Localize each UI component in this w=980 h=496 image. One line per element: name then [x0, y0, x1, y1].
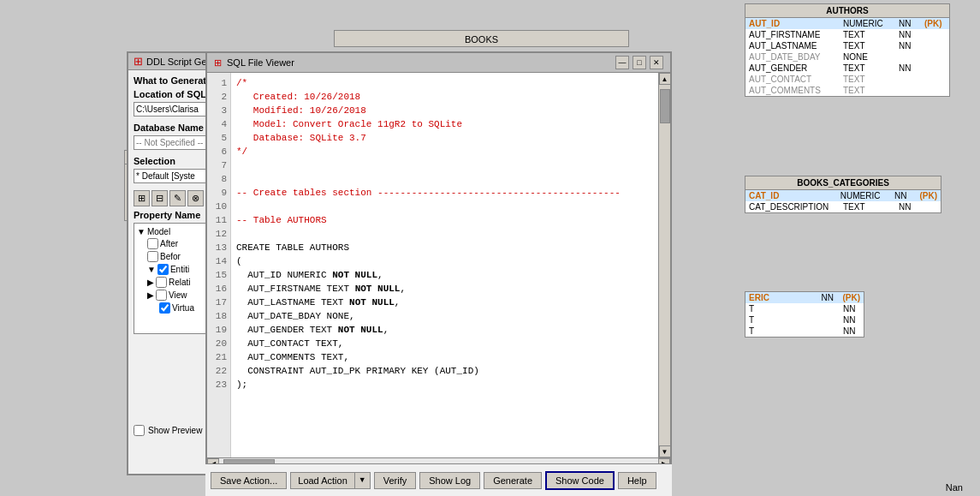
authors-table: AUTHORS AUT_ID NUMERIC NN (PK) AUT_FIRST… [745, 3, 950, 97]
code-line: AUT_DATE_BDAY NONE, [236, 309, 653, 323]
load-action-dropdown[interactable]: ▼ [355, 473, 370, 488]
code-line: Created: 10/26/2018 [236, 90, 653, 104]
code-line: Database: SQLite 3.7 [236, 131, 653, 145]
vertical-scrollbar[interactable]: ▲ ▼ [658, 73, 670, 457]
code-line: CREATE TABLE AUTHORS [236, 241, 653, 254]
code-line: -- Create tables section ---------------… [236, 186, 653, 200]
load-action-button[interactable]: Load Action [291, 473, 355, 488]
sql-titlebar: ⊞ SQL File Viewer — □ ✕ [207, 53, 670, 73]
code-line: AUT_ID NUMERIC NOT NULL, [236, 268, 653, 282]
model-label: Model [147, 227, 170, 236]
code-line: AUT_FIRSTNAME TEXT NOT NULL, [236, 282, 653, 296]
partial-table: ERIC NN (PK) T NN T NN T NN [745, 291, 864, 338]
table-row: CAT_DESCRIPTION TEXT NN [745, 201, 941, 212]
virtual-checkbox[interactable] [159, 302, 170, 314]
show-preview-checkbox[interactable] [134, 425, 145, 436]
maximize-button[interactable]: □ [633, 56, 646, 69]
table-row: T NN [745, 314, 864, 326]
toolbar-btn-2[interactable]: ⊟ [151, 190, 168, 206]
sql-titlebar-left: ⊞ SQL File Viewer [214, 57, 294, 69]
save-action-button[interactable]: Save Action... [211, 472, 287, 489]
show-preview-row: Show Preview [134, 425, 202, 436]
code-line: AUT_GENDER TEXT NOT NULL, [236, 323, 653, 337]
code-line: AUT_LASTNAME TEXT NOT NULL, [236, 296, 653, 309]
close-button[interactable]: ✕ [650, 56, 663, 69]
sql-titlebar-buttons: — □ ✕ [615, 56, 663, 69]
authors-table-header: AUTHORS [745, 4, 949, 18]
code-line: -- Table AUTHORS [236, 213, 653, 227]
generate-button[interactable]: Generate [484, 472, 542, 489]
code-line [236, 172, 653, 186]
table-row: T NN [745, 326, 864, 337]
table-row: AUT_ID NUMERIC NN (PK) [745, 18, 949, 29]
views-checkbox[interactable] [156, 290, 167, 301]
code-line: CONSTRAINT AUT_ID_PK PRIMARY KEY (AUT_ID… [236, 364, 653, 378]
scroll-thumb-v[interactable] [660, 89, 670, 123]
books-categories-header: BOOKS_CATEGORIES [745, 176, 941, 190]
views-label: View [169, 290, 187, 300]
table-row: AUT_GENDER TEXT NN [745, 63, 949, 74]
before-label: Befor [160, 252, 181, 261]
nav-label: Nan [946, 482, 963, 493]
entities-expand-icon: ▼ [147, 265, 156, 274]
table-row: AUT_CONTACT TEXT [745, 74, 949, 85]
books-window-title: BOOKS [465, 34, 498, 45]
code-line: /* [236, 76, 653, 90]
show-preview-label: Show Preview [148, 426, 202, 435]
after-checkbox[interactable] [147, 238, 158, 249]
entities-checkbox[interactable] [157, 264, 169, 275]
code-line: Model: Convert Oracle 11gR2 to SQLite [236, 117, 653, 131]
code-line: ( [236, 254, 653, 268]
code-line: AUT_CONTACT TEXT, [236, 337, 653, 350]
table-row: AUT_DATE_BDAY NONE [745, 51, 949, 63]
sql-viewer-title: SQL File Viewer [227, 57, 294, 68]
minimize-button[interactable]: — [615, 56, 629, 69]
show-code-button[interactable]: Show Code [545, 471, 615, 490]
after-label: After [160, 239, 178, 248]
sql-viewer-icon: ⊞ [214, 57, 222, 69]
books-categories-table: BOOKS_CATEGORIES CAT_ID NUMERIC NN (PK) … [745, 176, 941, 213]
code-line: Modified: 10/26/2018 [236, 104, 653, 117]
bottom-toolbar: Save Action... Load Action ▼ Verify Show… [205, 463, 672, 496]
table-row: CAT_ID NUMERIC NN (PK) [745, 190, 941, 201]
sql-code-area[interactable]: /* Created: 10/26/2018 Modified: 10/26/2… [231, 73, 658, 457]
ddl-icon: ⊞ [134, 55, 143, 68]
code-line: AUT_COMMENTS TEXT, [236, 350, 653, 364]
code-line [236, 227, 653, 241]
table-row: T NN [745, 303, 864, 314]
table-row: AUT_LASTNAME TEXT NN [745, 40, 949, 51]
line-numbers: 12345 678910 1112131415 1617181920 21222… [207, 73, 231, 457]
toolbar-btn-4[interactable]: ⊗ [187, 190, 204, 206]
relations-checkbox[interactable] [156, 277, 167, 288]
table-row: AUT_FIRSTNAME TEXT NN [745, 29, 949, 40]
table-row: ERIC NN (PK) [745, 292, 864, 303]
virtual-label: Virtua [172, 303, 194, 313]
sql-viewer-window: ⊞ SQL File Viewer — □ ✕ 12345 678910 111… [205, 51, 672, 471]
relations-expand-icon: ▶ [147, 278, 154, 287]
toolbar-btn-3[interactable]: ✎ [169, 190, 186, 206]
code-line: */ [236, 145, 653, 158]
scroll-down-button[interactable]: ▼ [659, 445, 671, 457]
sql-body: 12345 678910 1112131415 1617181920 21222… [207, 73, 670, 457]
toolbar-btn-1[interactable]: ⊞ [134, 190, 150, 206]
relations-label: Relati [169, 278, 191, 287]
load-action-split-button[interactable]: Load Action ▼ [290, 472, 370, 489]
views-expand-icon: ▶ [147, 290, 154, 300]
before-checkbox[interactable] [147, 251, 158, 262]
books-window: BOOKS [334, 30, 629, 47]
entities-label: Entiti [170, 265, 189, 274]
code-line [236, 200, 653, 213]
verify-button[interactable]: Verify [374, 472, 417, 489]
code-line: ); [236, 378, 653, 391]
model-expand-icon: ▼ [137, 227, 146, 236]
show-log-button[interactable]: Show Log [419, 472, 480, 489]
help-button[interactable]: Help [618, 472, 656, 489]
table-row: AUT_COMMENTS TEXT [745, 85, 949, 96]
scroll-up-button[interactable]: ▲ [659, 73, 671, 85]
scroll-track-v[interactable] [659, 85, 671, 445]
code-line [236, 158, 653, 172]
